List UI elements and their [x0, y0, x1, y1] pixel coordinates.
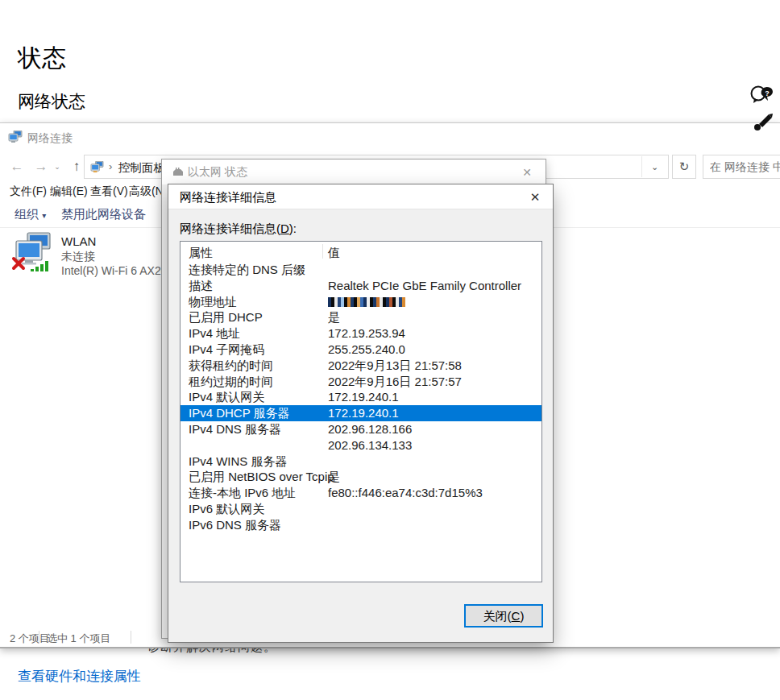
detail-property: IPv6 DNS 服务器	[189, 518, 281, 533]
detail-row[interactable]: 描述Realtek PCIe GbE Family Controller	[180, 278, 541, 294]
view-hardware-properties-link[interactable]: 查看硬件和连接属性	[18, 667, 141, 686]
detail-property: IPv4 子网掩码	[189, 342, 264, 358]
menu-view[interactable]: 查看(V)	[90, 184, 128, 199]
detail-value: fe80::f446:ea74:c3d:7d15%3	[328, 486, 483, 499]
search-box	[703, 155, 780, 179]
ethernet-plug-icon	[172, 168, 185, 177]
detail-value: 202.96.128.166	[328, 422, 412, 436]
list-header: 属性 值	[180, 242, 541, 262]
window-titlebar[interactable]: 网络连接	[0, 123, 780, 152]
network-connections-icon	[8, 130, 23, 143]
help-icon[interactable]: ?	[749, 83, 774, 107]
menu-file[interactable]: 文件(F)	[10, 184, 47, 199]
organize-button[interactable]: 组织 ▾	[15, 207, 46, 222]
detail-row[interactable]: 连接-本地 IPv6 地址fe80::f446:ea74:c3d:7d15%3	[180, 485, 541, 501]
detail-value: 2022年9月13日 21:57:58	[328, 358, 462, 374]
close-button[interactable]: 关闭(C)	[464, 604, 543, 628]
items-count: 2 个项目	[10, 632, 50, 646]
detail-row[interactable]: 202.96.134.133	[180, 437, 541, 454]
wlan-name: WLAN	[61, 234, 96, 248]
details-listbox: 属性 值 连接特定的 DNS 后缀描述Realtek PCIe GbE Fami…	[180, 241, 542, 582]
chevron-down-icon: ▾	[42, 211, 46, 220]
menu-edit[interactable]: 编辑(E)	[50, 184, 88, 199]
detail-row[interactable]: IPv6 默认网关	[180, 501, 541, 517]
detail-value: 是	[328, 470, 340, 485]
back-button[interactable]: ←	[6, 155, 27, 178]
breadcrumb-folder-icon	[90, 161, 104, 173]
detail-property: IPv4 DHCP 服务器	[189, 406, 290, 421]
detail-row[interactable]: 物理地址	[180, 294, 541, 310]
list-rows: 连接特定的 DNS 后缀描述Realtek PCIe GbE Family Co…	[180, 262, 541, 533]
details-dialog-titlebar[interactable]: 网络连接详细信息 ✕	[168, 184, 553, 209]
detail-row[interactable]: IPv4 地址172.19.253.94	[180, 325, 541, 342]
address-dropdown-chevron-icon[interactable]: ⌄	[641, 156, 667, 177]
network-details-dialog: 网络连接详细信息 ✕ 网络连接详细信息(D): 属性 值 连接特定的 DNS 后…	[168, 184, 554, 643]
detail-property: IPv4 默认网关	[189, 390, 264, 405]
breadcrumb-control-panel[interactable]: 控制面板	[118, 160, 165, 176]
breadcrumb-separator: ›	[109, 160, 112, 172]
details-dialog-title: 网络连接详细信息	[180, 190, 276, 205]
detail-value: 2022年9月16日 21:57:57	[328, 375, 462, 390]
detail-value: 255.255.240.0	[328, 342, 405, 356]
ethernet-dialog-titlebar[interactable]: 以太网 状态 ✕	[162, 159, 546, 184]
detail-row[interactable]: IPv4 默认网关172.19.240.1	[180, 389, 541, 405]
close-icon[interactable]: ✕	[525, 188, 545, 207]
close-icon[interactable]: ✕	[518, 164, 536, 181]
svg-text:?: ?	[765, 89, 770, 97]
page-title: 状态	[18, 42, 66, 75]
detail-property: 租约过期的时间	[189, 375, 273, 390]
forward-button[interactable]: →	[31, 155, 52, 178]
wlan-adapter-icon	[11, 231, 53, 273]
detail-row[interactable]: 已启用 DHCP是	[180, 309, 541, 325]
detail-row[interactable]: IPv4 WINS 服务器	[180, 454, 541, 470]
detail-row[interactable]: IPv4 DNS 服务器202.96.128.166	[180, 421, 541, 437]
column-property: 属性	[189, 246, 213, 261]
detail-row[interactable]: IPv6 DNS 服务器	[180, 517, 541, 533]
detail-property: 连接特定的 DNS 后缀	[189, 263, 305, 278]
wlan-connection-item[interactable]: WLAN 未连接 Intel(R) Wi-Fi 6 AX20	[8, 231, 169, 276]
detail-property: 已启用 NetBIOS over Tcpip	[189, 470, 334, 485]
pixelated-mac-address	[328, 297, 405, 311]
detail-property: 物理地址	[189, 295, 237, 310]
detail-property: 连接-本地 IPv6 地址	[189, 486, 296, 501]
detail-property: 描述	[189, 279, 213, 294]
detail-row[interactable]: 已启用 NetBIOS over Tcpip是	[180, 469, 541, 485]
refresh-button[interactable]: ↻	[672, 155, 696, 179]
detail-row[interactable]: IPv4 子网掩码255.255.240.0	[180, 342, 541, 358]
wlan-status: 未连接	[61, 250, 95, 264]
window-title: 网络连接	[27, 131, 73, 146]
detail-value: 172.19.240.1	[328, 406, 399, 420]
section-title-network-status: 网络状态	[18, 90, 85, 113]
detail-value: 172.19.253.94	[328, 326, 405, 340]
statusbar-divider	[39, 631, 39, 644]
wlan-adapter-name: Intel(R) Wi-Fi 6 AX20	[61, 264, 167, 277]
column-divider	[322, 244, 323, 259]
detail-value: 202.96.134.133	[328, 438, 412, 452]
history-chevron-icon[interactable]: ⌄	[52, 155, 63, 178]
ethernet-dialog-title: 以太网 状态	[188, 165, 247, 180]
disable-device-button[interactable]: 禁用此网络设备	[61, 207, 146, 222]
detail-row[interactable]: 获得租约的时间2022年9月13日 21:57:58	[180, 358, 541, 374]
statusbar-divider	[131, 631, 131, 644]
detail-value: Realtek PCIe GbE Family Controller	[328, 279, 521, 292]
detail-row[interactable]: 连接特定的 DNS 后缀	[180, 262, 541, 278]
detail-property: IPv4 WINS 服务器	[189, 454, 288, 470]
feedback-icon[interactable]	[753, 113, 774, 132]
detail-property: IPv4 地址	[189, 326, 240, 342]
detail-row[interactable]: 租约过期的时间2022年9月16日 21:57:57	[180, 374, 541, 390]
detail-property: IPv6 默认网关	[189, 502, 264, 517]
detail-value: 是	[328, 310, 340, 325]
detail-property: 已启用 DHCP	[189, 310, 263, 325]
detail-value: 172.19.240.1	[328, 390, 399, 404]
selected-count: 选中 1 个项目	[47, 632, 110, 646]
column-value: 值	[328, 246, 340, 261]
screen: 状态 网络状态 ? 诊断并解决网络问题。 查看硬件和连接属性 网络连接 ← →	[0, 0, 780, 700]
detail-row[interactable]: IPv4 DHCP 服务器172.19.240.1	[180, 405, 541, 421]
detail-property: 获得租约的时间	[189, 358, 273, 374]
detail-property: IPv4 DNS 服务器	[189, 422, 281, 437]
search-input[interactable]	[703, 155, 780, 178]
details-list-label: 网络连接详细信息(D):	[180, 222, 297, 237]
